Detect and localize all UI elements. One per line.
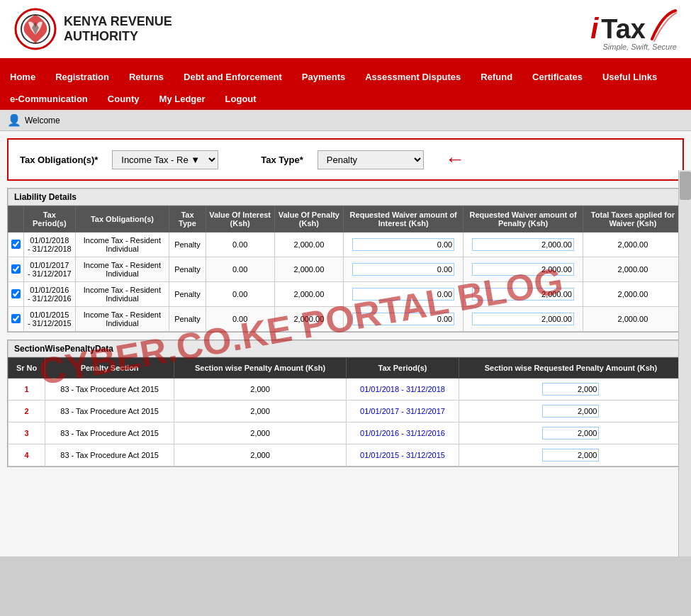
sw-requested bbox=[459, 422, 682, 444]
row-checkbox[interactable] bbox=[11, 289, 21, 298]
req-interest-input[interactable] bbox=[352, 288, 454, 301]
liability-table-scroll[interactable]: Tax Period(s) Tax Obligation(s) Tax Type… bbox=[8, 206, 683, 332]
sw-col-amount: Section wise Penalty Amount (Ksh) bbox=[174, 358, 347, 379]
nav-debt-enforcement[interactable]: Debt and Enforcement bbox=[174, 66, 292, 88]
row-checkbox[interactable] bbox=[11, 240, 21, 249]
tax-obligation-box: Tax Obligation(s)* Income Tax - Re ▼ VAT… bbox=[7, 138, 684, 181]
row-obligation: Income Tax - Resident Individual bbox=[75, 233, 169, 257]
col-tax-period: Tax Period(s) bbox=[24, 206, 76, 233]
nav-registration[interactable]: Registration bbox=[45, 66, 119, 88]
row-req-penalty bbox=[464, 307, 583, 332]
row-req-interest bbox=[344, 282, 464, 307]
liability-row: 01/01/2016 - 31/12/2016 Income Tax - Res… bbox=[9, 282, 683, 307]
kra-logo: Kenya Revenue Authority bbox=[14, 8, 172, 50]
nav-county[interactable]: County bbox=[98, 88, 150, 110]
scrollbar-thumb[interactable] bbox=[680, 172, 691, 200]
sw-section: 83 - Tax Procedure Act 2015 bbox=[45, 444, 174, 466]
tax-type-select[interactable]: Penalty Interest Principal Tax bbox=[318, 150, 424, 169]
row-req-penalty bbox=[464, 257, 583, 282]
row-period: 01/01/2015 - 31/12/2015 bbox=[24, 307, 76, 332]
section-wise-section: SectionWisePenaltyData Sr No Penalty Sec… bbox=[7, 340, 684, 467]
req-interest-input[interactable] bbox=[352, 313, 454, 325]
nav-home[interactable]: Home bbox=[0, 66, 45, 88]
sw-requested-input[interactable] bbox=[542, 427, 599, 439]
row-checkbox[interactable] bbox=[11, 264, 21, 274]
liability-table: Tax Period(s) Tax Obligation(s) Tax Type… bbox=[8, 206, 683, 332]
sw-period: 01/01/2017 - 31/12/2017 bbox=[347, 401, 459, 422]
sw-col-sr: Sr No bbox=[9, 358, 45, 379]
welcome-bar: 👤 Welcome bbox=[0, 110, 691, 131]
sw-requested-input[interactable] bbox=[542, 383, 599, 396]
nav-useful-links[interactable]: Useful Links bbox=[592, 66, 667, 88]
row-obligation: Income Tax - Resident Individual bbox=[75, 257, 169, 282]
sw-section: 83 - Tax Procedure Act 2015 bbox=[45, 422, 174, 444]
nav-my-ledger[interactable]: My Ledger bbox=[150, 88, 215, 110]
row-penalty: 2,000.00 bbox=[274, 233, 344, 257]
req-penalty-input[interactable] bbox=[472, 263, 574, 276]
sw-col-period: Tax Period(s) bbox=[347, 358, 459, 379]
tax-obligation-select[interactable]: Income Tax - Re ▼ VAT Excise Duty bbox=[112, 150, 218, 169]
sw-sr: 3 bbox=[9, 422, 45, 444]
kra-name-line1: Kenya Revenue bbox=[64, 14, 172, 29]
sw-requested-input[interactable] bbox=[542, 449, 599, 461]
req-penalty-input[interactable] bbox=[472, 288, 574, 301]
nav-ecommunication[interactable]: e-Communication bbox=[0, 88, 98, 110]
row-req-interest bbox=[344, 307, 464, 332]
user-icon: 👤 bbox=[7, 113, 21, 127]
row-interest: 0.00 bbox=[206, 233, 274, 257]
itax-logo: i Tax Simple, Swift, Secure bbox=[590, 7, 677, 51]
welcome-text: Welcome bbox=[25, 116, 60, 125]
nav-row-2: e-Communication County My Ledger Logout bbox=[0, 88, 691, 110]
row-checkbox-cell bbox=[9, 257, 24, 282]
row-interest: 0.00 bbox=[206, 307, 274, 332]
red-bar bbox=[0, 60, 691, 66]
nav-logout[interactable]: Logout bbox=[215, 88, 266, 110]
col-penalty-value: Value Of Penalty (Ksh) bbox=[274, 206, 344, 233]
sw-col-penalty-section: Penalty Section bbox=[45, 358, 174, 379]
row-req-penalty bbox=[464, 233, 583, 257]
liability-row: 01/01/2017 - 31/12/2017 Income Tax - Res… bbox=[9, 257, 683, 282]
req-interest-input[interactable] bbox=[352, 238, 454, 251]
liability-section-title: Liability Details bbox=[8, 189, 683, 206]
nav-assessment-disputes[interactable]: Assessment Disputes bbox=[355, 66, 471, 88]
sw-requested-input[interactable] bbox=[542, 405, 599, 418]
liability-section: Liability Details Tax Period(s) Tax Obli… bbox=[7, 188, 684, 332]
nav-returns[interactable]: Returns bbox=[119, 66, 174, 88]
req-penalty-input[interactable] bbox=[472, 238, 574, 251]
req-penalty-input[interactable] bbox=[472, 313, 574, 325]
tax-obligation-label: Tax Obligation(s)* bbox=[20, 155, 98, 165]
row-total: 2,000.00 bbox=[583, 233, 682, 257]
nav-refund[interactable]: Refund bbox=[471, 66, 522, 88]
section-wise-row: 4 83 - Tax Procedure Act 2015 2,000 01/0… bbox=[9, 444, 683, 466]
section-wise-row: 2 83 - Tax Procedure Act 2015 2,000 01/0… bbox=[9, 401, 683, 422]
section-wise-row: 1 83 - Tax Procedure Act 2015 2,000 01/0… bbox=[9, 379, 683, 401]
sw-amount: 2,000 bbox=[174, 422, 347, 444]
navigation: Home Registration Returns Debt and Enfor… bbox=[0, 66, 691, 110]
row-interest: 0.00 bbox=[206, 282, 274, 307]
row-checkbox[interactable] bbox=[11, 314, 21, 323]
row-type: Penalty bbox=[169, 282, 206, 307]
sw-sr: 4 bbox=[9, 444, 45, 466]
itax-tagline: Simple, Swift, Secure bbox=[590, 43, 677, 51]
row-interest: 0.00 bbox=[206, 257, 274, 282]
nav-certificates[interactable]: Certificates bbox=[522, 66, 592, 88]
row-type: Penalty bbox=[169, 233, 206, 257]
section-wise-table: Sr No Penalty Section Section wise Penal… bbox=[8, 357, 683, 466]
row-penalty: 2,000.00 bbox=[274, 257, 344, 282]
arrow-right-indicator: ← bbox=[445, 148, 465, 171]
nav-row-1: Home Registration Returns Debt and Enfor… bbox=[0, 66, 691, 88]
nav-payments[interactable]: Payments bbox=[292, 66, 355, 88]
row-penalty: 2,000.00 bbox=[274, 282, 344, 307]
row-total: 2,000.00 bbox=[583, 282, 682, 307]
sw-amount: 2,000 bbox=[174, 379, 347, 401]
row-type: Penalty bbox=[169, 307, 206, 332]
row-penalty: 2,000.00 bbox=[274, 307, 344, 332]
liability-row: 01/01/2015 - 31/12/2015 Income Tax - Res… bbox=[9, 307, 683, 332]
col-req-waiver-penalty: Requested Waiver amount of Penalty (Ksh) bbox=[464, 206, 583, 233]
row-total: 2,000.00 bbox=[583, 257, 682, 282]
itax-swoosh-icon bbox=[648, 7, 677, 43]
scrollbar-track[interactable] bbox=[678, 170, 691, 556]
sw-requested bbox=[459, 401, 682, 422]
sw-amount: 2,000 bbox=[174, 444, 347, 466]
req-interest-input[interactable] bbox=[352, 263, 454, 276]
